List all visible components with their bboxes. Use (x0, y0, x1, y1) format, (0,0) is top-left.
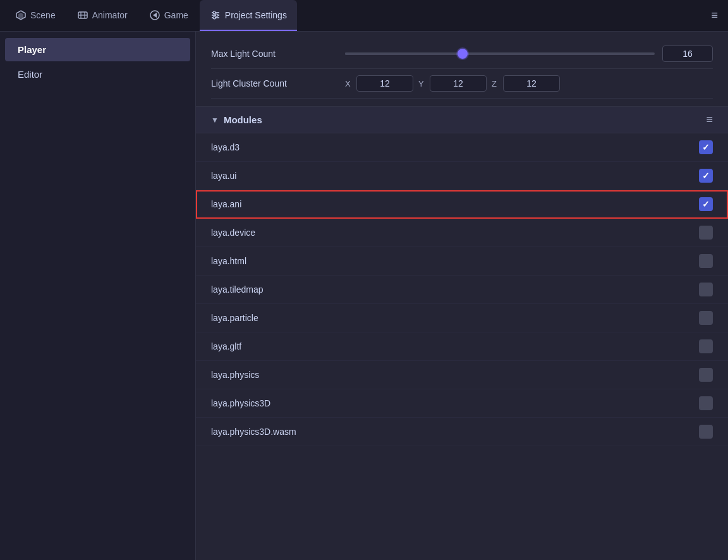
svg-point-10 (213, 11, 215, 14)
modules-menu-icon[interactable]: ≡ (706, 113, 713, 126)
module-item-laya-physics3D[interactable]: laya.physics3D (196, 389, 728, 418)
tab-animator[interactable]: Animator (67, 0, 138, 31)
tab-game[interactable]: Game (139, 0, 198, 31)
module-checkbox-laya-gltf[interactable] (699, 339, 713, 353)
sidebar-item-editor[interactable]: Editor (5, 63, 190, 86)
module-checkbox-laya-particle[interactable] (699, 311, 713, 325)
module-checkbox-laya-d3[interactable] (699, 140, 713, 154)
module-item-laya-gltf[interactable]: laya.gltf (196, 332, 728, 361)
module-item-laya-particle[interactable]: laya.particle (196, 304, 728, 332)
svg-point-12 (213, 16, 215, 19)
tab-bar-menu-icon[interactable]: ≡ (706, 6, 723, 25)
cluster-x-label: X (345, 79, 354, 88)
modules-title: Modules (224, 114, 701, 125)
module-item-laya-html[interactable]: laya.html (196, 247, 728, 276)
svg-point-11 (215, 14, 218, 16)
content-area: Max Light Count Light Cluster Count X (196, 32, 728, 560)
module-name-laya-physics3D: laya.physics3D (211, 398, 691, 408)
tab-scene-label: Scene (30, 10, 56, 20)
tab-scene[interactable]: Scene (5, 0, 66, 31)
module-item-laya-physics3D-wasm[interactable]: laya.physics3D.wasm (196, 418, 728, 446)
modules-header: ▼ Modules ≡ (196, 106, 728, 133)
game-icon (149, 9, 161, 21)
cluster-x-field: X (345, 75, 413, 92)
module-checkbox-laya-ani[interactable] (699, 197, 713, 211)
max-light-count-input[interactable] (662, 46, 713, 62)
light-cluster-count-label: Light Cluster Count (211, 78, 337, 88)
cluster-z-field: Z (492, 75, 560, 92)
module-name-laya-physics: laya.physics (211, 370, 691, 380)
module-checkbox-laya-physics[interactable] (699, 368, 713, 382)
module-name-laya-tiledmap: laya.tiledmap (211, 284, 691, 295)
module-name-laya-d3: laya.d3 (211, 142, 691, 152)
module-checkbox-laya-tiledmap[interactable] (699, 283, 713, 296)
tab-project-settings[interactable]: Project Settings (200, 0, 297, 31)
module-checkbox-laya-device[interactable] (699, 226, 713, 240)
module-list: laya.d3laya.uilaya.anilaya.devicelaya.ht… (196, 133, 728, 446)
module-item-laya-physics[interactable]: laya.physics (196, 361, 728, 389)
cluster-z-input[interactable] (503, 75, 560, 92)
module-name-laya-ani: laya.ani (211, 199, 691, 209)
scene-icon (15, 9, 27, 21)
module-item-laya-device[interactable]: laya.device (196, 219, 728, 247)
module-name-laya-ui: laya.ui (211, 171, 691, 181)
module-name-laya-gltf: laya.gltf (211, 341, 691, 351)
module-name-laya-particle: laya.particle (211, 313, 691, 323)
settings-section: Max Light Count Light Cluster Count X (196, 32, 728, 106)
max-light-count-label: Max Light Count (211, 49, 337, 59)
module-item-laya-ani[interactable]: laya.ani (196, 190, 728, 219)
sidebar: Player Editor (0, 32, 196, 560)
sidebar-item-player[interactable]: Player (5, 38, 190, 61)
tab-bar: Scene Animator Game (0, 0, 728, 32)
module-item-laya-tiledmap[interactable]: laya.tiledmap (196, 276, 728, 304)
module-item-laya-ui[interactable]: laya.ui (196, 162, 728, 190)
cluster-x-input[interactable] (356, 75, 413, 92)
module-checkbox-laya-html[interactable] (699, 254, 713, 268)
module-checkbox-laya-ui[interactable] (699, 169, 713, 183)
tab-project-settings-label: Project Settings (225, 10, 287, 20)
slider-track[interactable] (345, 52, 655, 55)
project-settings-icon (210, 9, 221, 21)
cluster-y-field: Y (418, 75, 487, 92)
cluster-z-label: Z (492, 79, 500, 88)
cluster-y-input[interactable] (430, 75, 487, 92)
module-name-laya-physics3D-wasm: laya.physics3D.wasm (211, 427, 691, 437)
module-checkbox-laya-physics3D-wasm[interactable] (699, 425, 713, 439)
cluster-y-label: Y (418, 79, 427, 88)
tab-animator-label: Animator (92, 10, 128, 20)
module-checkbox-laya-physics3D[interactable] (699, 396, 713, 410)
light-cluster-count-row: Light Cluster Count X Y Z (211, 69, 713, 99)
modules-collapse-icon[interactable]: ▼ (211, 116, 219, 125)
tab-game-label: Game (164, 10, 188, 20)
slider-thumb[interactable] (458, 49, 468, 59)
module-name-laya-device: laya.device (211, 228, 691, 238)
svg-marker-1 (18, 13, 23, 19)
slider-fill (345, 52, 463, 55)
max-light-count-slider-container (345, 52, 655, 55)
max-light-count-row: Max Light Count (211, 39, 713, 69)
module-name-laya-html: laya.html (211, 256, 691, 266)
animator-icon (77, 9, 88, 21)
cluster-inputs: X Y Z (345, 75, 560, 92)
main-layout: Player Editor Max Light Count (0, 32, 728, 560)
module-item-laya-d3[interactable]: laya.d3 (196, 133, 728, 162)
